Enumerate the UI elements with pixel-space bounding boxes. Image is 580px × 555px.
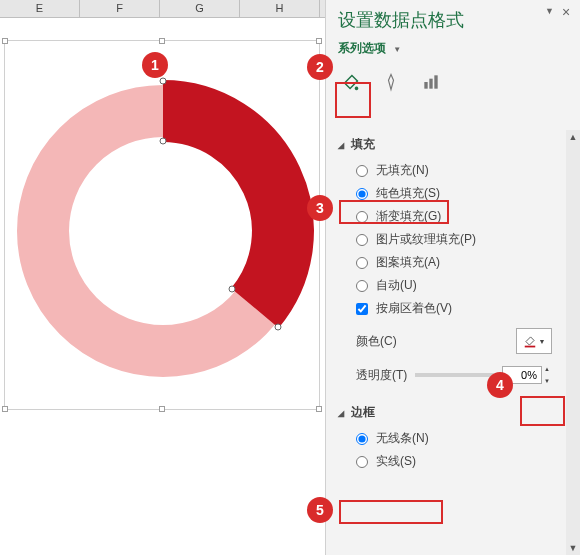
column-headers: E F G H (0, 0, 325, 18)
series-options-label: 系列选项 (338, 41, 386, 55)
paint-bucket-icon (523, 334, 537, 348)
pane-menu-icon[interactable]: ▼ (545, 6, 554, 16)
fill-section-label: 填充 (351, 137, 375, 151)
color-picker-button[interactable]: ▼ (516, 328, 552, 354)
transparency-row: 透明度(T) ▲▼ (338, 358, 558, 388)
col-header[interactable]: G (160, 0, 240, 17)
border-none-option[interactable]: 无线条(N) (338, 427, 558, 450)
border-solid-option[interactable]: 实线(S) (338, 450, 558, 473)
option-label: 图片或纹理填充(P) (376, 231, 476, 248)
chevron-down-icon: ▼ (539, 338, 546, 345)
format-tab-row (326, 65, 580, 107)
color-label: 颜色(C) (356, 333, 397, 350)
resize-handle[interactable] (159, 406, 165, 412)
effects-tab-icon[interactable] (378, 69, 404, 95)
option-label: 纯色填充(S) (376, 185, 440, 202)
collapse-caret-icon: ◢ (338, 409, 344, 418)
annotation-1: 1 (142, 52, 168, 78)
fill-section-header[interactable]: ◢ 填充 (338, 130, 558, 159)
option-label: 自动(U) (376, 277, 417, 294)
transparency-slider[interactable] (415, 373, 494, 377)
fill-gradient-option[interactable]: 渐变填充(G) (338, 205, 558, 228)
fill-auto-option[interactable]: 自动(U) (338, 274, 558, 297)
option-label: 按扇区着色(V) (376, 300, 452, 317)
border-section-label: 边框 (351, 405, 375, 419)
series-options-dropdown[interactable]: 系列选项 ▼ (326, 36, 580, 65)
option-label: 实线(S) (376, 453, 416, 470)
annotation-3: 3 (307, 195, 333, 221)
options-scroll-area: ◢ 填充 无填充(N) 纯色填充(S) 渐变填充(G) 图片或纹理填充(P) 图… (326, 130, 566, 555)
resize-handle[interactable] (2, 38, 8, 44)
svg-rect-0 (424, 82, 427, 89)
scroll-up-icon[interactable]: ▲ (566, 130, 580, 144)
series-options-tab-icon[interactable] (418, 69, 444, 95)
svg-rect-2 (434, 75, 437, 88)
annotation-4: 4 (487, 372, 513, 398)
svg-rect-3 (524, 346, 535, 348)
chevron-down-icon: ▼ (393, 45, 401, 54)
spinner[interactable]: ▲▼ (544, 366, 558, 384)
datapoint-handle[interactable] (160, 138, 166, 144)
transparency-label: 透明度(T) (356, 367, 407, 384)
close-icon[interactable]: × (558, 4, 574, 20)
option-label: 无线条(N) (376, 430, 429, 447)
datapoint-handle[interactable] (160, 78, 166, 84)
arc-selected[interactable] (163, 111, 283, 308)
col-header[interactable]: E (0, 0, 80, 17)
collapse-caret-icon: ◢ (338, 141, 344, 150)
format-pane: × ▼ 设置数据点格式 系列选项 ▼ ◢ 填充 无填充(N) 纯色填充(S) 渐… (325, 0, 580, 555)
fill-pattern-option[interactable]: 图案填充(A) (338, 251, 558, 274)
border-section-header[interactable]: ◢ 边框 (338, 398, 558, 427)
annotation-2: 2 (307, 54, 333, 80)
svg-rect-1 (429, 79, 432, 89)
color-row: 颜色(C) ▼ (338, 320, 558, 358)
doughnut-chart[interactable] (5, 41, 321, 411)
scroll-down-icon[interactable]: ▼ (566, 541, 580, 555)
datapoint-handle[interactable] (275, 324, 281, 330)
annotation-5: 5 (307, 497, 333, 523)
vary-colors-option[interactable]: 按扇区着色(V) (338, 297, 558, 320)
option-label: 渐变填充(G) (376, 208, 441, 225)
scrollbar[interactable]: ▲ ▼ (566, 130, 580, 555)
option-label: 图案填充(A) (376, 254, 440, 271)
col-header[interactable]: F (80, 0, 160, 17)
col-header[interactable]: H (240, 0, 320, 17)
option-label: 无填充(N) (376, 162, 429, 179)
fill-picture-option[interactable]: 图片或纹理填充(P) (338, 228, 558, 251)
fill-solid-option[interactable]: 纯色填充(S) (338, 182, 558, 205)
worksheet-area: E F G H (0, 0, 325, 555)
resize-handle[interactable] (316, 406, 322, 412)
pane-title: 设置数据点格式 (326, 0, 580, 36)
resize-handle[interactable] (316, 38, 322, 44)
chart-object[interactable] (4, 40, 320, 410)
resize-handle[interactable] (2, 406, 8, 412)
datapoint-handle[interactable] (229, 286, 235, 292)
fill-line-tab-icon[interactable] (338, 69, 364, 95)
resize-handle[interactable] (159, 38, 165, 44)
fill-none-option[interactable]: 无填充(N) (338, 159, 558, 182)
